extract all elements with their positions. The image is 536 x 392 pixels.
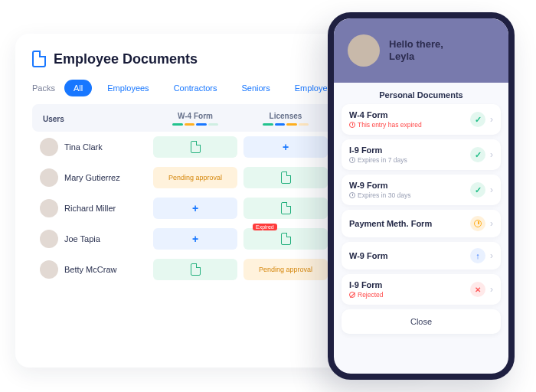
doc-item[interactable]: W-9 FormExpires in 30 days› xyxy=(342,175,501,205)
close-button[interactable]: Close xyxy=(342,309,501,334)
doc-actions: › xyxy=(470,248,493,263)
doc-name: I-9 Form xyxy=(349,280,384,289)
doc-subtext: Expires in 7 days xyxy=(349,156,407,164)
tab-seniors[interactable]: Seniors xyxy=(232,80,279,96)
user-cell[interactable]: Richard Miller xyxy=(40,199,147,217)
doc-item[interactable]: I-9 FormExpires in 7 days› xyxy=(342,139,501,170)
doc-info: W-9 Form xyxy=(349,251,388,260)
clock-icon xyxy=(349,157,355,163)
doc-actions: › xyxy=(470,182,493,198)
add-cell[interactable]: + xyxy=(153,198,237,219)
doc-cell[interactable] xyxy=(153,259,237,280)
doc-name: W-9 Form xyxy=(349,251,388,260)
doc-info: W-9 FormExpires in 30 days xyxy=(349,181,410,199)
tab-contractors[interactable]: Contractors xyxy=(165,80,227,96)
doc-cell[interactable]: Expired xyxy=(243,228,328,250)
clock-icon xyxy=(349,122,355,128)
user-name: Richard Miller xyxy=(64,204,116,213)
doc-info: I-9 FormExpires in 7 days xyxy=(349,145,407,164)
add-cell[interactable]: + xyxy=(243,136,328,158)
doc-cell[interactable] xyxy=(153,136,237,158)
doc-name: W-4 Form xyxy=(349,110,422,119)
phone-header: Hello there, Leyla xyxy=(334,18,508,83)
file-icon xyxy=(32,51,46,67)
doc-actions: › xyxy=(470,216,493,231)
avatar[interactable] xyxy=(348,34,380,67)
section-title: Personal Documents xyxy=(334,83,508,104)
check-icon xyxy=(470,147,485,162)
tab-all[interactable]: All xyxy=(64,80,92,96)
tabs-label: Packs xyxy=(32,83,55,93)
user-name: Mary Gutierrez xyxy=(64,173,120,182)
upload-icon xyxy=(470,248,485,263)
avatar xyxy=(40,168,58,187)
doc-actions: › xyxy=(470,147,493,162)
greeting-line1: Hello there, xyxy=(389,38,443,50)
doc-cell[interactable] xyxy=(243,198,328,219)
document-icon xyxy=(281,233,291,245)
document-list: W-4 FormThis entry has expired›I-9 FormE… xyxy=(334,104,508,305)
rejected-icon xyxy=(349,292,355,298)
pending-cell[interactable]: Pending approval xyxy=(243,259,328,280)
doc-item[interactable]: W-9 Form› xyxy=(342,242,501,270)
doc-subtext: This entry has expired xyxy=(349,121,422,129)
tab-employees[interactable]: Employees xyxy=(98,80,158,96)
page-title: Employee Documents xyxy=(54,51,198,67)
doc-info: I-9 FormRejected xyxy=(349,280,384,299)
doc-actions: › xyxy=(470,112,493,127)
doc-actions: › xyxy=(470,282,493,297)
chevron-right-icon: › xyxy=(490,284,493,295)
col-licenses: Licenses xyxy=(243,112,328,126)
col-label: Licenses xyxy=(270,112,302,120)
user-name: Tina Clark xyxy=(64,142,103,152)
user-name: Joe Tapia xyxy=(64,234,100,243)
col-w4: W-4 Form xyxy=(153,112,237,126)
avatar xyxy=(40,199,58,217)
title-row: Employee Documents xyxy=(32,51,198,67)
pending-icon xyxy=(470,216,485,231)
user-cell[interactable]: Mary Gutierrez xyxy=(40,168,147,187)
document-icon xyxy=(281,172,291,184)
clock-icon xyxy=(349,192,355,198)
doc-cell[interactable] xyxy=(243,167,328,188)
chevron-right-icon: › xyxy=(490,185,493,195)
doc-subtext: Rejected xyxy=(349,291,384,299)
col-users: Users xyxy=(40,115,147,123)
greeting: Hello there, Leyla xyxy=(389,38,443,64)
chevron-right-icon: › xyxy=(490,149,493,160)
chevron-right-icon: › xyxy=(490,218,493,229)
doc-item[interactable]: I-9 FormRejected› xyxy=(342,274,501,305)
avatar xyxy=(40,230,58,248)
chevron-right-icon: › xyxy=(490,250,493,261)
rejected-icon xyxy=(470,282,485,297)
avatar xyxy=(40,138,58,156)
doc-info: Payment Meth. Form xyxy=(349,219,432,228)
check-icon xyxy=(470,182,485,198)
doc-name: I-9 Form xyxy=(349,145,407,155)
user-cell[interactable]: Betty McCraw xyxy=(40,260,147,279)
doc-name: W-9 Form xyxy=(349,181,410,190)
doc-info: W-4 FormThis entry has expired xyxy=(349,110,422,129)
doc-item[interactable]: W-4 FormThis entry has expired› xyxy=(342,104,501,135)
doc-subtext: Expires in 30 days xyxy=(349,191,410,199)
document-icon xyxy=(191,141,201,153)
col-label: W-4 Form xyxy=(178,112,213,120)
greeting-line2: Leyla xyxy=(389,51,414,62)
user-name: Betty McCraw xyxy=(64,265,116,274)
chevron-right-icon: › xyxy=(490,114,493,125)
expired-badge: Expired xyxy=(253,224,277,230)
document-icon xyxy=(191,263,201,276)
phone-mockup: Hello there, Leyla Personal Documents W-… xyxy=(328,12,515,380)
check-icon xyxy=(470,112,485,127)
user-cell[interactable]: Tina Clark xyxy=(40,138,147,156)
doc-name: Payment Meth. Form xyxy=(349,219,432,228)
pending-cell[interactable]: Pending approval xyxy=(153,167,237,188)
doc-item[interactable]: Payment Meth. Form› xyxy=(342,210,501,237)
document-icon xyxy=(281,202,291,214)
add-cell[interactable]: + xyxy=(153,228,237,250)
user-cell[interactable]: Joe Tapia xyxy=(40,230,147,248)
avatar xyxy=(40,260,58,279)
